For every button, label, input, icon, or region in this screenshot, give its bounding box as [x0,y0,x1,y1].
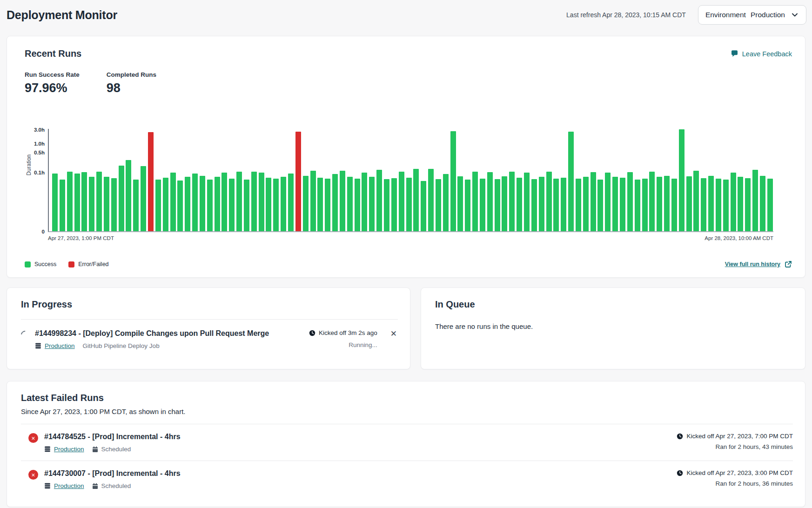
chart-bar-success[interactable] [531,179,537,231]
chart-bar-success[interactable] [67,172,73,231]
chart-bar-success[interactable] [251,172,257,231]
chart-bar-success[interactable] [200,176,205,231]
chart-bar-success[interactable] [597,180,603,231]
chart-bar-success[interactable] [591,172,596,231]
chart-bar-success[interactable] [546,172,552,231]
leave-feedback-link[interactable]: Leave Feedback [731,50,792,58]
chart-bar-success[interactable] [731,173,736,231]
chart-bar-success[interactable] [60,180,65,231]
chart-bar-success[interactable] [236,172,242,231]
chart-bar-success[interactable] [716,179,721,231]
chart-bar-success[interactable] [450,131,456,231]
chart-bar-success[interactable] [126,160,131,231]
view-full-run-history-link[interactable]: View full run history [725,261,792,268]
chart-bar-success[interactable] [221,173,227,231]
chart-bar-success[interactable] [332,174,338,231]
chart-bar-success[interactable] [480,179,485,231]
chart-bar-success[interactable] [561,178,566,231]
chart-bar-success[interactable] [399,172,404,231]
chart-bar-success[interactable] [509,172,515,231]
chart-bar-success[interactable] [273,179,279,231]
chart-bar-success[interactable] [605,173,611,231]
chart-bar-success[interactable] [288,174,294,231]
chart-bar-success[interactable] [553,179,559,231]
close-icon[interactable]: ✕ [389,329,398,338]
chart-bar-success[interactable] [539,177,544,231]
chart-bar-success[interactable] [421,181,426,231]
chart-bar-success[interactable] [457,176,463,231]
chart-bar-success[interactable] [627,172,633,231]
chart-bar-success[interactable] [642,179,648,231]
chart-bar-success[interactable] [752,170,758,231]
chart-bar-failed[interactable] [295,132,301,231]
chart-bar-success[interactable] [583,177,589,231]
chart-bar-success[interactable] [635,180,640,231]
chart-bar-success[interactable] [679,129,684,231]
chart-bar-success[interactable] [568,132,574,231]
chart-bar-success[interactable] [524,173,530,231]
chart-bar-success[interactable] [340,171,345,231]
chart-bar-success[interactable] [686,176,692,231]
chart-bar-success[interactable] [229,179,235,231]
chart-bar-success[interactable] [428,169,434,231]
chart-bar-success[interactable] [517,178,522,231]
chart-bar-success[interactable] [96,172,102,231]
chart-bar-success[interactable] [376,170,382,231]
chart-bar-success[interactable] [355,179,360,231]
chart-bar-success[interactable] [104,177,109,231]
chart-bar-success[interactable] [649,172,655,231]
failed-run-environment-link[interactable]: Production [54,446,84,453]
chart-bar-success[interactable] [723,180,729,231]
chart-bar-success[interactable] [701,178,706,231]
chart-bar-success[interactable] [185,177,190,231]
chart-bar-success[interactable] [443,174,449,231]
chart-bar-success[interactable] [74,174,80,231]
chart-bar-success[interactable] [612,177,618,231]
chart-bar-success[interactable] [576,179,581,231]
chart-bar-success[interactable] [192,174,198,231]
chart-bar-success[interactable] [155,180,161,231]
chart-bar-success[interactable] [465,180,470,231]
chart-bar-success[interactable] [369,177,375,231]
chart-bar-success[interactable] [141,166,146,231]
chart-bar-success[interactable] [760,176,765,231]
chart-bar-success[interactable] [406,178,412,231]
chart-bar-success[interactable] [502,176,507,231]
chart-bar-success[interactable] [303,176,309,231]
chart-bar-success[interactable] [133,180,139,231]
chart-bar-success[interactable] [436,179,441,231]
chart-bar-success[interactable] [119,166,124,231]
chart-bar-success[interactable] [708,176,714,231]
chart-bar-success[interactable] [664,176,670,231]
chart-bar-success[interactable] [317,178,323,231]
chart-bar-success[interactable] [310,171,316,231]
chart-bar-success[interactable] [738,177,743,231]
chart-bar-success[interactable] [495,179,500,231]
chart-bar-success[interactable] [170,173,176,231]
chart-bar-success[interactable] [362,173,367,231]
chart-bar-success[interactable] [391,178,397,231]
chart-bar-success[interactable] [89,177,94,231]
chart-bar-success[interactable] [620,178,625,231]
chart-bar-success[interactable] [693,171,699,231]
chart-bar-success[interactable] [671,179,677,231]
chart-bar-success[interactable] [52,174,58,231]
chart-bar-success[interactable] [177,180,183,231]
chart-bar-success[interactable] [281,177,286,231]
failed-run-environment-link[interactable]: Production [54,482,84,489]
chart-bar-success[interactable] [163,178,168,231]
chart-bar-success[interactable] [325,179,330,231]
in-progress-environment-link[interactable]: Production [45,342,75,349]
chart-bar-success[interactable] [215,177,220,231]
chart-bar-success[interactable] [266,178,271,231]
chart-bar-success[interactable] [487,172,493,231]
chart-bar-success[interactable] [413,169,419,231]
chart-bar-success[interactable] [384,179,389,231]
chart-bar-failed[interactable] [148,132,154,231]
chart-bar-success[interactable] [657,177,662,231]
chart-bar-success[interactable] [259,173,264,231]
chart-bar-success[interactable] [244,180,249,231]
chart-bar-success[interactable] [745,178,751,231]
chart-bar-success[interactable] [767,179,773,231]
environment-select[interactable]: Environment Production [698,5,806,25]
